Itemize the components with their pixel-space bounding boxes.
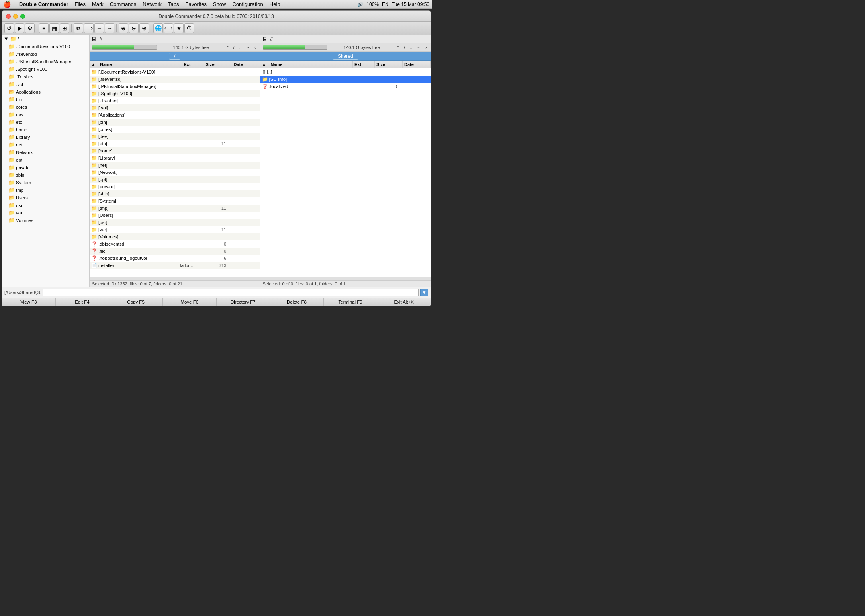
table-row[interactable]: 📁 [bin] — [90, 119, 260, 126]
right-nav-tilde[interactable]: ~ — [416, 45, 421, 50]
table-row[interactable]: 📁 [.PKInstallSandboxManager] — [90, 83, 260, 90]
table-row[interactable]: 📁 [sbin] — [90, 190, 260, 197]
delete-f8[interactable]: Delete F8 — [270, 298, 324, 306]
right-drive-btn[interactable]: // — [269, 36, 274, 42]
back-btn[interactable]: ← — [94, 23, 104, 33]
sidebar-item-etc[interactable]: 📁 etc — [2, 118, 89, 126]
menu-show[interactable]: Show — [210, 1, 229, 7]
table-row[interactable]: ❓ .nobootsound_logoutvol 6 — [90, 255, 260, 262]
left-nav-dotdot[interactable]: .. — [238, 45, 243, 50]
menu-app[interactable]: Double Commander — [16, 1, 72, 7]
right-file-list[interactable]: ⬆ [..] 📁 [SC Info] ❓ .localized 0 — [260, 68, 431, 277]
sidebar-item-fseventsd[interactable]: 📁 .fseventsd — [2, 50, 89, 58]
right-nav-asterisk[interactable]: * — [396, 45, 400, 50]
cmd-input[interactable] — [43, 289, 419, 296]
table-row[interactable]: ❓ .dbfseventsd 0 — [90, 240, 260, 248]
volume-icon[interactable]: 🔊 — [357, 2, 363, 7]
maximize-button[interactable] — [20, 14, 25, 19]
apple-menu[interactable]: 🍎 — [3, 0, 11, 8]
view-f3[interactable]: View F3 — [2, 298, 56, 306]
sidebar-item-PKInstall[interactable]: 📁 .PKInstallSandboxManager — [2, 58, 89, 65]
right-sort-icon[interactable]: ▲ — [260, 61, 269, 68]
menu-help[interactable]: Help — [266, 1, 284, 7]
right-col-name[interactable]: Name — [269, 61, 353, 68]
table-row[interactable]: 📁 [usr] — [90, 219, 260, 226]
find-btn[interactable]: ⊕ — [119, 23, 128, 33]
table-row[interactable]: 📁 [net] — [90, 162, 260, 169]
menu-files[interactable]: Files — [72, 1, 89, 7]
move-btn[interactable]: ⟹ — [84, 23, 94, 33]
table-row[interactable]: 📁 [var] 11 — [90, 226, 260, 233]
sidebar-item-vol[interactable]: 📁 .vol — [2, 80, 89, 88]
table-row[interactable]: 📄 installer failur... 313 — [90, 262, 260, 269]
right-nav-arrow[interactable]: > — [423, 45, 428, 50]
copy-f5[interactable]: Copy F5 — [109, 298, 163, 306]
table-row[interactable]: 📁 [Library] — [90, 154, 260, 162]
right-col-date[interactable]: Date — [403, 61, 431, 68]
sync-btn[interactable]: ⟺ — [164, 23, 173, 33]
table-row[interactable]: 📁 [private] — [90, 183, 260, 190]
edit-f4[interactable]: Edit F4 — [56, 298, 110, 306]
table-row[interactable]: 📁 [System] — [90, 197, 260, 205]
menu-commands[interactable]: Commands — [107, 1, 139, 7]
left-nav-arrow[interactable]: < — [252, 45, 257, 50]
copy-src-btn[interactable]: ⧉ — [74, 23, 83, 33]
menu-network[interactable]: Network — [139, 1, 165, 7]
table-row[interactable]: 📁 [Applications] — [90, 111, 260, 119]
cmd-dropdown-btn[interactable]: ▼ — [420, 289, 428, 296]
view-thumb-btn[interactable]: ⊞ — [60, 23, 69, 33]
left-path-btn[interactable]: / — [169, 53, 180, 60]
left-file-list[interactable]: 📁 [.DocumentRevisions-V100] 📁 [.fsevents… — [90, 68, 260, 277]
sidebar-item-private[interactable]: 📁 private — [2, 164, 89, 171]
table-row[interactable]: ⬆ [..] — [260, 68, 431, 76]
close-button[interactable] — [6, 14, 11, 19]
sidebar-item-Network[interactable]: 📁 Network — [2, 148, 89, 156]
table-row[interactable]: ❓ .localized 0 — [260, 83, 431, 90]
network-connect-btn[interactable]: 🌐 — [153, 23, 163, 33]
history-btn[interactable]: ⏱ — [184, 23, 194, 33]
refresh-btn[interactable]: ↺ — [4, 23, 14, 33]
table-row[interactable]: 📁 [home] — [90, 147, 260, 154]
left-col-name[interactable]: Name — [98, 61, 182, 68]
pack-btn[interactable]: ⊕ — [139, 23, 149, 33]
sidebar-item-usr[interactable]: 📁 usr — [2, 201, 89, 209]
table-row[interactable]: 📁 [Network] — [90, 169, 260, 176]
sidebar-item-opt[interactable]: 📁 opt — [2, 156, 89, 164]
bookmark-btn[interactable]: ★ — [174, 23, 184, 33]
left-sort-icon[interactable]: ▲ — [90, 61, 98, 68]
left-col-date[interactable]: Date — [232, 61, 260, 68]
right-nav-dotdot[interactable]: .. — [409, 45, 413, 50]
sidebar-item-Library[interactable]: 📁 Library — [2, 133, 89, 141]
menu-configuration[interactable]: Configuration — [229, 1, 266, 7]
sidebar-item-Applications[interactable]: 📂 Applications — [2, 88, 89, 96]
left-nav-slash[interactable]: / — [232, 45, 235, 50]
menu-tabs[interactable]: Tabs — [165, 1, 182, 7]
sidebar-item-System[interactable]: 📁 System — [2, 179, 89, 186]
sidebar-item-net[interactable]: 📁 net — [2, 141, 89, 148]
left-col-size[interactable]: Size — [204, 61, 232, 68]
table-row[interactable]: 📁 [opt] — [90, 176, 260, 183]
terminal-f9[interactable]: Terminal F9 — [324, 298, 378, 306]
sidebar-item-Users[interactable]: 📂 Users — [2, 194, 89, 201]
directory-f7[interactable]: Directory F7 — [217, 298, 270, 306]
sidebar-item-DocumentRevisions[interactable]: 📁 .DocumentRevisions-V100 — [2, 43, 89, 50]
unpack-btn[interactable]: ⊖ — [129, 23, 139, 33]
settings-btn[interactable]: ⚙ — [25, 23, 35, 33]
move-f6[interactable]: Move F6 — [163, 298, 217, 306]
view-list-btn[interactable]: ≡ — [39, 23, 49, 33]
left-col-ext[interactable]: Ext — [182, 61, 204, 68]
left-drive-btn[interactable]: // — [98, 36, 103, 42]
left-scroll-area[interactable] — [90, 277, 260, 280]
sidebar-item-var[interactable]: 📁 var — [2, 209, 89, 216]
forward-btn[interactable]: → — [105, 23, 114, 33]
table-row[interactable]: ❓ .file 0 — [90, 248, 260, 255]
table-row[interactable]: 📁 [dev] — [90, 133, 260, 140]
table-row[interactable]: 📁 [etc] 11 — [90, 140, 260, 147]
sidebar-item-Volumes[interactable]: 📁 Volumes — [2, 216, 89, 224]
sidebar-item-cores[interactable]: 📁 cores — [2, 103, 89, 111]
table-row[interactable]: 📁 [Volumes] — [90, 233, 260, 240]
sidebar-root[interactable]: ▼ 📁 / — [2, 35, 89, 43]
sidebar-item-bin[interactable]: 📁 bin — [2, 96, 89, 103]
table-row[interactable]: 📁 [SC Info] — [260, 76, 431, 83]
left-nav-asterisk[interactable]: * — [225, 45, 229, 50]
